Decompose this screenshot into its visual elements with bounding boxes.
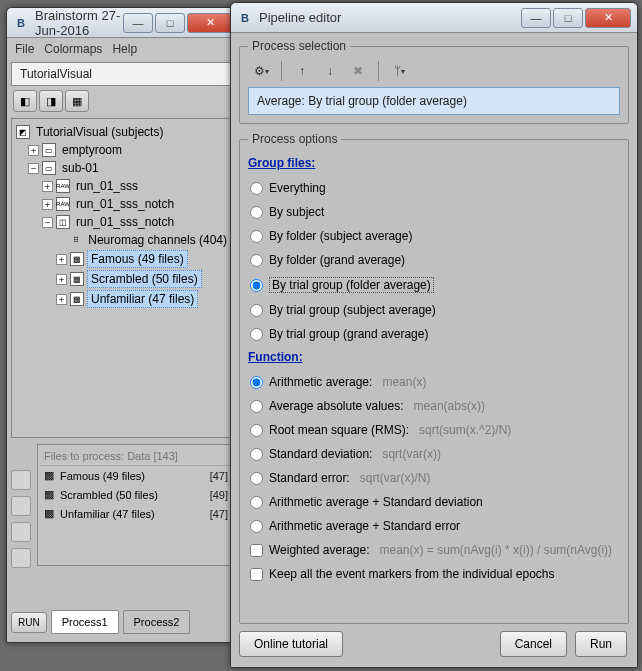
- pipeline-title: Pipeline editor: [259, 10, 521, 25]
- function-header: Function:: [248, 350, 620, 364]
- minimize-button[interactable]: —: [521, 8, 551, 28]
- menubar: File Colormaps Help: [7, 38, 239, 60]
- radio-by-subject[interactable]: By subject: [248, 200, 620, 224]
- run-pipeline-button[interactable]: Run: [575, 631, 627, 657]
- run-button[interactable]: RUN: [11, 612, 47, 633]
- db-view-all-icon[interactable]: ▦: [65, 90, 89, 112]
- radio-meanse[interactable]: Arithmetic average + Standard error: [248, 514, 620, 538]
- radio-by-trial-folder[interactable]: By trial group (folder average): [248, 272, 620, 298]
- process-files-box[interactable]: Files to process: Data [143] ▩ Famous (4…: [37, 444, 235, 566]
- online-tutorial-button[interactable]: Online tutorial: [239, 631, 343, 657]
- project-tab[interactable]: TutorialVisual: [11, 62, 235, 86]
- radio-input[interactable]: [250, 376, 263, 389]
- radio-input[interactable]: [250, 496, 263, 509]
- raw-icon: RAW: [56, 197, 70, 211]
- tree-run1[interactable]: + RAW run_01_sss: [14, 177, 232, 195]
- process-row[interactable]: ▩ Unfamiliar (47 files) [47]: [40, 504, 232, 523]
- expand-icon[interactable]: +: [56, 274, 67, 285]
- expand-icon[interactable]: +: [28, 145, 39, 156]
- vtool-3[interactable]: [11, 522, 31, 542]
- process-row[interactable]: ▩ Scrambled (50 files) [49]: [40, 485, 232, 504]
- pipeline-window: B Pipeline editor — □ ✕ Process selectio…: [230, 2, 638, 668]
- tree-run3[interactable]: − ◫ run_01_sss_notch: [14, 213, 232, 231]
- process-row[interactable]: ▩ Famous (49 files) [47]: [40, 466, 232, 485]
- expand-icon[interactable]: +: [42, 181, 53, 192]
- db-view-subjects-icon[interactable]: ◧: [13, 90, 37, 112]
- radio-input[interactable]: [250, 424, 263, 437]
- subject-icon: ▭: [42, 161, 56, 175]
- cancel-button[interactable]: Cancel: [500, 631, 567, 657]
- vtool-4[interactable]: [11, 548, 31, 568]
- tree-channels[interactable]: ⠿ Neuromag channels (404): [14, 231, 232, 249]
- radio-input[interactable]: [250, 230, 263, 243]
- menu-file[interactable]: File: [15, 42, 34, 56]
- process-options-group: Process options Group files: Everything …: [239, 132, 629, 624]
- tab-process1[interactable]: Process1: [51, 610, 119, 634]
- main-titlebar[interactable]: B Brainstorm 27-Jun-2016 — □ ✕: [7, 8, 239, 38]
- checkbox-input[interactable]: [250, 544, 263, 557]
- radio-everything[interactable]: Everything: [248, 176, 620, 200]
- radio-by-folder-grand[interactable]: By folder (grand average): [248, 248, 620, 272]
- close-button[interactable]: ✕: [585, 8, 631, 28]
- radio-input[interactable]: [250, 448, 263, 461]
- process-selection-group: Process selection ⚙▾ ↑ ↓ ✖ ᛘ▾ Average: B…: [239, 39, 629, 124]
- checkbox-keep-events[interactable]: Keep all the event markers from the indi…: [248, 562, 620, 586]
- expand-icon[interactable]: +: [56, 294, 67, 305]
- move-up-icon[interactable]: ↑: [291, 61, 313, 81]
- tree-pane[interactable]: ◩ TutorialVisual (subjects) + ▭ emptyroo…: [11, 118, 235, 438]
- radio-input[interactable]: [250, 472, 263, 485]
- expand-icon[interactable]: +: [42, 199, 53, 210]
- radio-input[interactable]: [250, 304, 263, 317]
- radio-mean[interactable]: Arithmetic average: mean(x): [248, 370, 620, 394]
- menu-colormaps[interactable]: Colormaps: [44, 42, 102, 56]
- tree-sub01[interactable]: − ▭ sub-01: [14, 159, 232, 177]
- maximize-button[interactable]: □: [553, 8, 583, 28]
- pipeline-menu-icon[interactable]: ᛘ▾: [388, 61, 410, 81]
- radio-by-trial-subject[interactable]: By trial group (subject average): [248, 298, 620, 322]
- delete-icon[interactable]: ✖: [347, 61, 369, 81]
- tree-emptyroom[interactable]: + ▭ emptyroom: [14, 141, 232, 159]
- tree-scrambled[interactable]: + ▩ Scrambled (50 files): [14, 269, 232, 289]
- channels-icon: ⠿: [69, 233, 82, 247]
- radio-input[interactable]: [250, 520, 263, 533]
- radio-input[interactable]: [250, 400, 263, 413]
- radio-input[interactable]: [250, 328, 263, 341]
- checkbox-input[interactable]: [250, 568, 263, 581]
- collapse-icon[interactable]: −: [42, 217, 53, 228]
- radio-input[interactable]: [250, 279, 263, 292]
- tab-process2[interactable]: Process2: [123, 610, 191, 634]
- radio-absmean[interactable]: Average absolute values: mean(abs(x)): [248, 394, 620, 418]
- db-toolbar: ◧ ◨ ▦: [7, 86, 239, 116]
- minimize-button[interactable]: —: [123, 13, 153, 33]
- trialgroup-icon: ▩: [70, 292, 84, 306]
- radio-rms[interactable]: Root mean square (RMS): sqrt(sum(x.^2)/N…: [248, 418, 620, 442]
- radio-by-trial-grand[interactable]: By trial group (grand average): [248, 322, 620, 346]
- process-options-legend: Process options: [248, 132, 341, 146]
- db-view-studies-icon[interactable]: ◨: [39, 90, 63, 112]
- checkbox-weighted[interactable]: Weighted average: mean(x) = sum(nAvg(i) …: [248, 538, 620, 562]
- vtool-2[interactable]: [11, 496, 31, 516]
- tree-famous[interactable]: + ▩ Famous (49 files): [14, 249, 232, 269]
- radio-input[interactable]: [250, 206, 263, 219]
- radio-input[interactable]: [250, 182, 263, 195]
- vtool-1[interactable]: [11, 470, 31, 490]
- radio-by-folder-subject[interactable]: By folder (subject average): [248, 224, 620, 248]
- tree-root[interactable]: ◩ TutorialVisual (subjects): [14, 123, 232, 141]
- radio-meanstd[interactable]: Arithmetic average + Standard deviation: [248, 490, 620, 514]
- radio-input[interactable]: [250, 254, 263, 267]
- tree-unfamiliar[interactable]: + ▩ Unfamiliar (47 files): [14, 289, 232, 309]
- close-button[interactable]: ✕: [187, 13, 233, 33]
- move-down-icon[interactable]: ↓: [319, 61, 341, 81]
- menu-help[interactable]: Help: [112, 42, 137, 56]
- trialgroup-icon: ▩: [70, 272, 84, 286]
- process-row-label: Scrambled (50 files): [60, 489, 158, 501]
- collapse-icon[interactable]: −: [28, 163, 39, 174]
- pipeline-titlebar[interactable]: B Pipeline editor — □ ✕: [231, 3, 637, 33]
- radio-stderr[interactable]: Standard error: sqrt(var(x)/N): [248, 466, 620, 490]
- gear-icon[interactable]: ⚙▾: [250, 61, 272, 81]
- tree-run2[interactable]: + RAW run_01_sss_notch: [14, 195, 232, 213]
- selected-process[interactable]: Average: By trial group (folder average): [248, 87, 620, 115]
- radio-std[interactable]: Standard deviation: sqrt(var(x)): [248, 442, 620, 466]
- expand-icon[interactable]: +: [56, 254, 67, 265]
- maximize-button[interactable]: □: [155, 13, 185, 33]
